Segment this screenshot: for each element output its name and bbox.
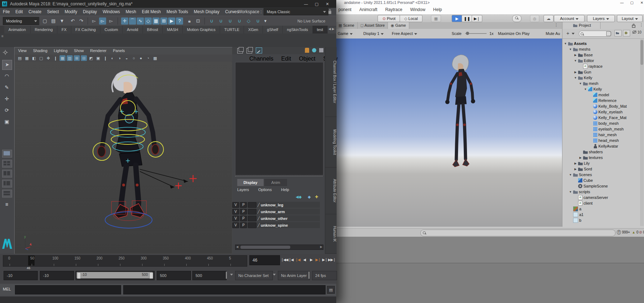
new-layer-icon[interactable]: ✚ <box>315 195 318 199</box>
project-search-input[interactable] <box>579 31 612 37</box>
tree-item-samplescene[interactable]: SampleScene <box>574 183 608 189</box>
playback-start-field[interactable]: -10 <box>40 271 74 280</box>
viewport-toolbar-icon[interactable]: ✥ <box>45 55 51 61</box>
select-hierarchy-icon[interactable]: ▻ <box>99 17 106 25</box>
layer-playback-toggle[interactable]: P <box>240 202 247 208</box>
shelf-tab-arnold[interactable]: Arnold <box>123 26 142 34</box>
snap-magnet-icon[interactable]: ∪ <box>217 17 224 25</box>
console-message-badge[interactable]: ! 999+ <box>617 230 630 234</box>
scale-slider[interactable] <box>465 33 487 34</box>
tree-item-sord[interactable]: ▶Sord <box>574 166 592 172</box>
tree-item-kelly_body_mat[interactable]: Kelly_Body_Mat <box>589 103 627 109</box>
unity-menu-window[interactable]: Window <box>410 7 425 12</box>
tree-item-meshs[interactable]: ▼meshs <box>569 46 590 52</box>
expander-icon[interactable]: ▼ <box>574 59 577 62</box>
snap-more-dropdown-icon[interactable]: ▾ <box>264 17 267 25</box>
viewport-toolbar-icon[interactable]: ◧ <box>31 55 37 61</box>
maya-menu-mesh-display[interactable]: Mesh Display <box>194 9 219 14</box>
layer-color-swatch[interactable] <box>248 202 256 208</box>
snap-view-icon[interactable]: ∪ <box>254 17 261 25</box>
viewport-toolbar-icon[interactable]: ⊟ <box>81 55 87 61</box>
character-set-icon[interactable] <box>305 48 309 53</box>
viewport-toolbar-icon[interactable]: ▥ <box>67 55 73 61</box>
lock-icon[interactable] <box>632 24 636 28</box>
layer-hscrollbar[interactable]: ◀ ▶ <box>235 245 323 250</box>
go-to-start-button[interactable]: ❘◀◀ <box>281 255 287 265</box>
viewport-menu-lighting[interactable]: Lighting <box>54 48 68 53</box>
mute-audio-toggle[interactable]: Mute Au <box>546 31 560 37</box>
viewport-menu-shading[interactable]: Shading <box>33 48 47 53</box>
layer-color-swatch[interactable] <box>248 222 256 228</box>
workspace-lock-icon[interactable] <box>328 9 332 14</box>
tree-item-raytrace[interactable]: #raytrace <box>579 63 603 69</box>
step-button[interactable]: ▶❘ <box>472 15 482 22</box>
status-search-input[interactable] <box>420 230 616 236</box>
animation-start-field[interactable]: -10 <box>4 271 38 280</box>
layer-playback-toggle[interactable]: P <box>240 222 247 228</box>
shelf-tab-custom[interactable]: Custom <box>100 26 123 34</box>
range-slider[interactable]: -10 500 <box>76 271 155 280</box>
character-set-dropdown-icon[interactable] <box>230 274 233 276</box>
lock-selection-icon[interactable]: 🔒︎ <box>186 17 193 25</box>
viewport-menu-view[interactable]: View <box>18 48 27 53</box>
expander-icon[interactable]: ▶ <box>574 71 577 74</box>
fps-divider-knob[interactable] <box>308 272 310 279</box>
pivot-toggle-button[interactable]: ⊙ Pivot <box>378 15 400 22</box>
search-by-label-button[interactable] <box>623 30 630 36</box>
tab-game[interactable]: ◉ Game <box>388 22 409 30</box>
shelf-tab-xgen[interactable]: XGen <box>244 26 263 34</box>
maya-minimize-button[interactable]: — <box>301 0 311 8</box>
mel-input-field[interactable] <box>15 285 121 294</box>
anim-layer-menu[interactable]: No Anim Layer <box>278 271 310 280</box>
layer-move-down-icon[interactable]: ◆ <box>308 195 311 199</box>
paste-channel-icon[interactable] <box>246 48 252 53</box>
tree-item-a[interactable]: a <box>569 206 581 212</box>
viewport-toolbar-icon[interactable]: ◩ <box>88 55 94 61</box>
expander-icon[interactable]: ▼ <box>564 42 567 45</box>
pause-button[interactable]: ❚❚ <box>462 15 472 22</box>
console-error-badge[interactable]: ⊘ 0 <box>639 230 644 234</box>
layout-split-button[interactable] <box>2 190 12 197</box>
layout-persp-outliner-button[interactable] <box>2 180 12 188</box>
unity-menu-help[interactable]: Help <box>433 7 442 12</box>
tree-item-model[interactable]: model <box>589 92 609 98</box>
maya-menu-windows[interactable]: Windows <box>103 9 120 14</box>
layer-playback-toggle[interactable]: P <box>240 216 247 221</box>
shelf-tab-fx[interactable]: FX <box>57 26 71 34</box>
unity-close-button[interactable]: ✕ <box>638 0 644 5</box>
dock-tab-attribute-editor[interactable]: Attribute Editor <box>325 168 337 214</box>
snap-curve-icon[interactable]: ⌒ <box>129 17 136 25</box>
viewport-toolbar-icon[interactable]: ❙ <box>52 55 58 61</box>
tree-item-scenes[interactable]: ▼Scenes <box>569 172 592 178</box>
script-editor-icon[interactable]: ▤ <box>327 286 335 294</box>
tree-item-a1[interactable]: a1 <box>569 212 583 217</box>
tree-item-lily[interactable]: ▶Lily <box>574 160 590 166</box>
project-scrollbar[interactable] <box>640 39 644 226</box>
console-warning-badge[interactable]: ▲ 0 <box>632 230 638 234</box>
grid-snap-button[interactable]: ▦ <box>431 15 441 22</box>
tree-item-kelly_face_mat[interactable]: Kelly_Face_Mat <box>589 115 627 120</box>
shelf-scroll-left-icon[interactable]: ◀ <box>328 27 331 31</box>
channelbox-menu-channels[interactable]: Channels <box>249 56 274 62</box>
shelf-tab-turtle[interactable]: TURTLE <box>220 26 244 34</box>
layer-row[interactable]: VP╱unknow_other <box>232 215 320 221</box>
go-to-end-button[interactable]: ▶▶❘ <box>328 255 335 265</box>
channelbox-menu-edit[interactable]: Edit <box>281 56 291 62</box>
maya-menu-modify[interactable]: Modify <box>64 9 77 14</box>
viewport-toolbar-icon[interactable]: ▦ <box>59 55 66 61</box>
viewport-toolbar-icon[interactable]: ▩ <box>152 55 158 61</box>
expander-icon[interactable]: ▼ <box>569 190 572 194</box>
layer-visibility-toggle[interactable]: V <box>232 222 239 228</box>
tab-project[interactable]: Project <box>564 22 601 30</box>
layout-dropdown[interactable]: Layout <box>617 15 643 22</box>
viewport-menu-show[interactable]: Show <box>74 48 84 53</box>
shelf-scroll-right-icon[interactable]: ▶ <box>332 27 334 31</box>
shelf-tab-rendering[interactable]: Rendering <box>31 26 57 34</box>
tree-item-kelly[interactable]: ▼Kelly <box>574 75 592 81</box>
character-set-menu[interactable]: No Character Set <box>235 271 273 280</box>
layout-two-pane-button[interactable] <box>2 170 12 178</box>
select-tool-icon[interactable]: ▻ <box>90 17 98 25</box>
snap-grid-icon[interactable]: ✛ <box>121 17 128 25</box>
gear-icon[interactable] <box>3 50 8 55</box>
panel-splitter[interactable] <box>235 176 323 176</box>
